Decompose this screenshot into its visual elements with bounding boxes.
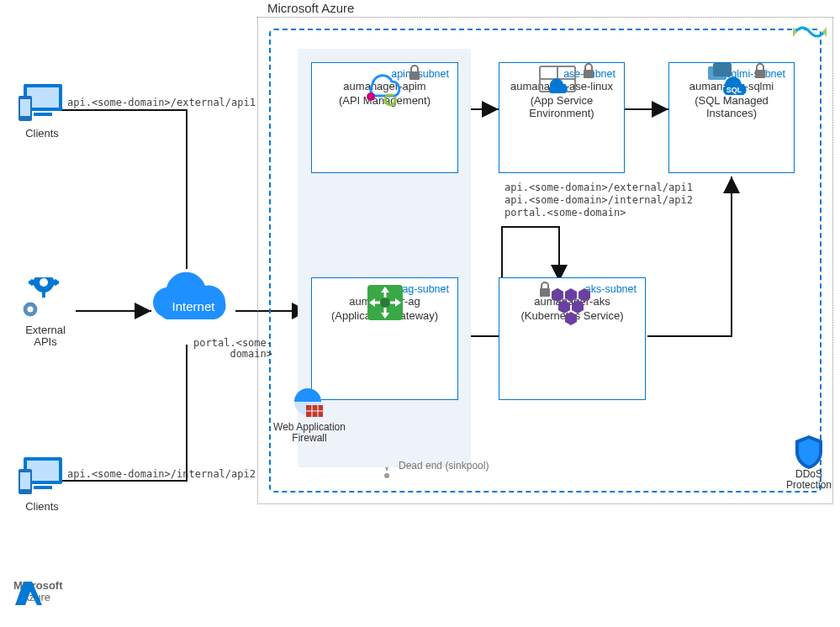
deadend-label: Dead end (sinkpool)	[399, 461, 489, 472]
internet-label: Internet	[172, 299, 216, 314]
ag-type: (Application Gateway)	[312, 309, 457, 322]
svg-rect-33	[50, 279, 57, 286]
svg-point-35	[24, 303, 38, 317]
ddos-label: DDoS Protection	[779, 469, 839, 490]
clients-top-icon	[17, 81, 67, 128]
sqlmi-type: (SQL Managed Instances)	[669, 94, 794, 119]
path-bottom: api.<some-domain>/internal/api2	[67, 469, 256, 480]
svg-rect-31	[50, 279, 57, 286]
svg-rect-20	[24, 457, 62, 484]
svg-rect-24	[20, 472, 30, 489]
waf-label: Web Application Firewall	[269, 422, 350, 443]
clients-bottom-icon	[17, 454, 67, 501]
azure-title: Microsoft Azure	[267, 2, 354, 15]
sqlmi-subnet-title: sqlmi-subnet	[669, 63, 794, 80]
brand-az: Azure	[22, 592, 63, 603]
svg-rect-22	[34, 486, 52, 489]
svg-rect-23	[18, 469, 32, 494]
ase-subnet: ase-subnet aumanager-ase-linux (App Serv…	[499, 62, 625, 173]
svg-rect-34	[29, 279, 36, 286]
apim-subnet-title: apim-subnet	[312, 63, 457, 80]
svg-rect-18	[18, 96, 32, 121]
apim-name: aumanager-apim	[312, 80, 457, 92]
ase-type: (App Service Environment)	[499, 94, 624, 119]
path-top: api.<some-domain>/external/api1	[67, 97, 256, 108]
brand-ms: Microsoft	[13, 580, 63, 592]
svg-rect-30	[29, 281, 35, 284]
ase-name: aumanager-ase-linux	[499, 80, 624, 92]
ag-subnet: ag-subnet aumanager-ag (Application Gate…	[311, 277, 458, 400]
svg-point-25	[34, 277, 54, 292]
sqlmi-name: aumanager-sqlmi	[669, 80, 794, 92]
external-apis-icon	[20, 277, 76, 324]
svg-rect-21	[27, 461, 59, 481]
path-portal: portal.<some- domain>	[192, 338, 272, 359]
aks-subnet-title: aks-subnet	[499, 278, 645, 295]
svg-point-26	[40, 278, 48, 287]
path-routes: api.<some-domain>/external/api1 api.<som…	[505, 182, 693, 219]
ag-subnet-title: ag-subnet	[312, 278, 457, 295]
apim-type: (API Management)	[312, 94, 457, 107]
svg-rect-32	[29, 279, 36, 286]
svg-rect-15	[24, 84, 62, 111]
architecture-diagram: Microsoft Azure apim-subnet aumanager-ap…	[0, 0, 840, 627]
aks-name: aumanager-aks	[499, 295, 645, 308]
svg-rect-28	[42, 291, 45, 298]
ag-name: aumanager-ag	[312, 295, 457, 308]
aks-subnet: aks-subnet aumanager-aks (Kubernetes Ser…	[499, 277, 646, 400]
clients-bottom-label: Clients	[17, 501, 67, 513]
svg-rect-19	[20, 99, 30, 116]
azure-brand: Microsoft Azure	[13, 580, 63, 604]
clients-top-label: Clients	[17, 128, 67, 140]
sqlmi-subnet: sqlmi-subnet SQL aumanager-sqlmi (SQL Ma…	[668, 62, 795, 173]
svg-point-36	[28, 307, 34, 313]
svg-rect-16	[27, 87, 59, 108]
apim-subnet: apim-subnet aumanager-apim (API Manageme…	[311, 62, 458, 173]
external-apis-label: External APIs	[15, 324, 76, 347]
aks-type: (Kubernetes Service)	[499, 309, 645, 322]
ase-subnet-title: ase-subnet	[499, 63, 624, 80]
internet-icon: Internet	[145, 269, 242, 340]
svg-rect-29	[52, 281, 59, 284]
svg-rect-17	[34, 113, 52, 116]
expressroute-icon	[790, 21, 829, 43]
